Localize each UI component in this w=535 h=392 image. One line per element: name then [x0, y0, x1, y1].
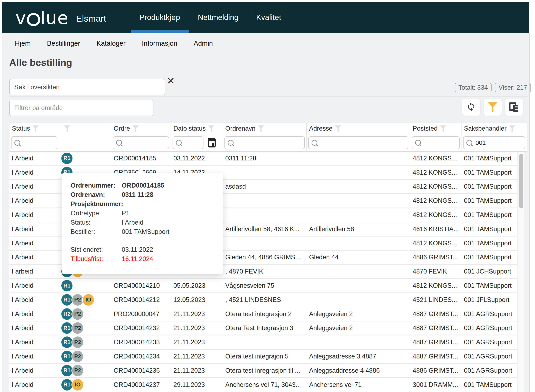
filter-input-poststed[interactable] [412, 136, 460, 149]
column-label: Adresse [309, 125, 333, 132]
cell-ordre: ORD400014233 [111, 339, 171, 346]
clear-search-icon[interactable]: ✕ [167, 75, 175, 86]
cell-saksbehandler: 001 AGRSupport [462, 324, 517, 332]
area-filter-input[interactable] [9, 100, 153, 116]
tooltip-field-value: I Arbeid [122, 219, 143, 226]
cell-dato: 21.11.2023 [171, 353, 223, 360]
cell-ordrenavn: Otera test integrasjon 2 [223, 310, 307, 318]
tooltip-field: Status:I Arbeid [71, 218, 223, 227]
tooltip-field-label: Tilbudsfrist: [71, 255, 122, 263]
column-filter-funnel-icon[interactable] [132, 126, 139, 132]
cell-saksbehandler: 001 JCHSupport [462, 268, 517, 275]
tab-nettmelding[interactable]: Nettmelding [198, 2, 238, 33]
tab-produktkjøp[interactable]: Produktkjøp [139, 2, 180, 33]
cell-ordrenavn: Otera Test Integrasjon 3 [223, 324, 307, 332]
filter-input-dato-status[interactable] [172, 136, 203, 149]
cell-ordrenavn: , 4521 LINDESNES [223, 296, 307, 303]
tab-kvalitet[interactable]: Kvalitet [256, 2, 281, 33]
filter-cell-ordrenavn [223, 134, 307, 152]
cell-poststed: 4870 FEVIK [410, 268, 462, 275]
page-left-border [2, 33, 2, 392]
filter-input-adresse[interactable] [308, 136, 408, 149]
cell-status: I Arbeid [9, 367, 59, 374]
column-label: Poststed [413, 125, 438, 132]
table-row[interactable]: I ArbeidR1P2ORD40001423221.11.2023Otera … [9, 322, 517, 336]
column-filter-funnel-icon[interactable] [208, 126, 214, 132]
badge-r2: R2 [61, 308, 73, 320]
tooltip-field-label: Prosjektnummer: [71, 200, 122, 208]
search-icon [116, 140, 122, 146]
column-header-poststed[interactable]: Poststed [410, 123, 462, 134]
table-row[interactable]: I ArbeidR2P2PRO20000004721.11.2023Otera … [9, 307, 517, 322]
cell-saksbehandler: 001 AGRSupport [462, 353, 517, 360]
column-filter-funnel-icon[interactable] [33, 126, 39, 132]
column-label: Status [12, 125, 30, 132]
search-icon [415, 140, 421, 146]
scrollbar-thumb[interactable] [519, 154, 523, 208]
badge-p2: P2 [72, 294, 84, 306]
cell-saksbehandler: 001 AGRSupport [462, 367, 517, 374]
order-type-badges: R1 [59, 279, 111, 292]
column-filter-funnel-icon[interactable] [509, 126, 515, 132]
order-tooltip: Ordrenummer:ORD00014185Ordrenavn:0311 11… [62, 173, 223, 274]
filter-input-saksbehandler[interactable]: 001 [463, 136, 525, 149]
filter-input-ordre[interactable] [113, 136, 169, 149]
table-row[interactable]: I ArbeidR1P2ORD40001423421.11.2023Otera … [9, 350, 517, 364]
nav-item-admin[interactable]: Admin [194, 39, 213, 47]
nav-item-informasjon[interactable]: Informasjon [142, 39, 177, 47]
cell-ordre: ORD400014232 [111, 324, 171, 332]
column-header-ordre[interactable]: Ordre [111, 123, 171, 134]
column-header-dato-status[interactable]: Dato status [171, 123, 223, 134]
cell-saksbehandler: 001 TAMSupport [462, 381, 517, 388]
filter-cell-status [9, 134, 59, 152]
tooltip-field: Ordretype:P1 [71, 209, 223, 218]
column-header-badges[interactable] [59, 123, 111, 134]
column-filter-funnel-icon[interactable] [258, 126, 264, 132]
cell-poststed: 4812 KONGS... [410, 155, 462, 162]
tooltip-field-value: P1 [122, 210, 129, 217]
cell-adresse: Anleggsadresse 3 4887 [307, 353, 410, 360]
order-type-badges: R1 [59, 152, 111, 165]
date-picker-button[interactable] [205, 136, 218, 149]
toolbar-divider [9, 96, 528, 97]
column-header-status[interactable]: Status [9, 123, 59, 134]
filter-value: 001 [475, 139, 486, 146]
column-settings-button[interactable] [505, 98, 523, 116]
result-counters: Totalt: 334 Viser: 217 [455, 83, 531, 92]
table-row[interactable]: I ArbeidR1ORD0001418503.11.20220311 11:2… [9, 152, 517, 166]
cell-poststed: 4616 KRISTIA... [410, 225, 462, 233]
cell-adresse: Gleden 44 [307, 254, 410, 261]
vertical-scrollbar[interactable] [518, 152, 524, 392]
nav-item-hjem[interactable]: Hjem [15, 39, 31, 47]
badge-r1: R1 [61, 364, 73, 377]
column-filter-funnel-icon[interactable] [64, 126, 70, 132]
tooltip-field: Bestiller:001 TAMSupport [71, 227, 223, 236]
cell-ordre: ORD00014185 [111, 155, 171, 162]
filter-input-ordrenavn[interactable] [225, 136, 305, 149]
filter-button[interactable] [483, 98, 502, 116]
cell-poststed: 4887 GRIMST... [410, 324, 462, 332]
column-header-saksbehandler[interactable]: Saksbehandler [462, 123, 527, 134]
cell-ordre: PRO200000047 [111, 310, 171, 318]
table-row[interactable]: I ArbeidR1ORD40001421005.05.2023Vågsnesv… [9, 279, 517, 293]
nav-item-bestillinger[interactable]: Bestillinger [47, 39, 80, 47]
filter-cell-dato-status [171, 134, 223, 152]
volue-logo[interactable]: vlue Elsmart [15, 7, 106, 29]
filter-input-status[interactable] [11, 136, 57, 149]
column-filter-funnel-icon[interactable] [440, 126, 446, 132]
cell-ordre: ORD400014234 [111, 353, 171, 360]
table-row[interactable]: I ArbeidR1IOORD40001423729.11.2023Ancher… [9, 378, 517, 392]
table-row[interactable]: I ArbeidR1P2ORD40001423621.11.2023Otera … [9, 364, 517, 378]
badge-io: IO [72, 378, 84, 391]
cell-ordrenavn: , 4870 FEVIK [223, 268, 307, 275]
refresh-button[interactable] [462, 98, 480, 116]
table-row[interactable]: I ArbeidR1P2ORD40001423321.11.20234887 G… [9, 336, 517, 350]
badge-io: IO [82, 294, 95, 306]
column-header-ordrenavn[interactable]: Ordrenavn [223, 123, 307, 134]
column-header-adresse[interactable]: Adresse [307, 123, 410, 134]
nav-item-kataloger[interactable]: Kataloger [96, 39, 125, 47]
search-input[interactable] [9, 79, 165, 95]
tooltip-field: Ordrenavn:0311 11:28 [71, 190, 223, 199]
column-filter-funnel-icon[interactable] [335, 126, 341, 132]
table-row[interactable]: I ArbeidR1P2IOORD40001421212.05.2023, 45… [9, 293, 517, 307]
